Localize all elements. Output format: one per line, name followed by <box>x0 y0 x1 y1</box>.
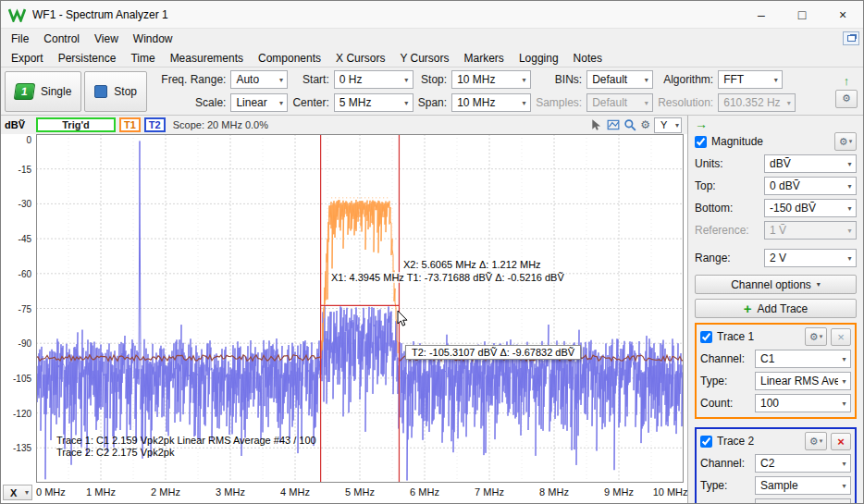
channel-options-button[interactable]: Channel options▾ <box>695 275 857 294</box>
collapse-panel-icon[interactable]: → <box>695 117 857 132</box>
x-axis-tick-label: 6 MHz <box>410 486 439 498</box>
trace1-checkbox[interactable] <box>700 331 712 343</box>
trace2-channel-select[interactable]: C2▾ <box>755 454 851 473</box>
chevron-down-icon: ▾ <box>838 355 850 363</box>
bottom-combo[interactable]: -150 dBṼ▾ <box>764 199 857 217</box>
plus-icon: + <box>744 303 752 314</box>
center-label: Center: <box>292 96 328 109</box>
algorithm-select[interactable]: FFT▾ <box>718 70 783 89</box>
freq-range-select[interactable]: Auto▾ <box>230 70 288 89</box>
chevron-down-icon: ▾ <box>838 482 850 490</box>
stop-button[interactable]: Stop <box>84 71 147 112</box>
trace1-type-label: Type: <box>700 375 750 387</box>
menu-persistence[interactable]: Persistence <box>51 51 124 66</box>
chevron-down-icon: ▾ <box>770 76 782 84</box>
cursor-t2-tooltip: T2: -105.3107 dBṼ Δ: -9.67832 dBṼ <box>405 345 581 360</box>
maximize-button[interactable]: □ <box>782 1 822 28</box>
reference-combo: 1 Ṽ▾ <box>764 221 857 240</box>
magnitude-checkbox[interactable] <box>695 136 707 148</box>
stop-combo[interactable]: 10 MHz▾ <box>451 70 531 89</box>
trigger-status-badge: Trig'd <box>36 117 116 132</box>
start-combo[interactable]: 0 Hz▾ <box>334 70 413 89</box>
fit-view-icon[interactable] <box>607 118 620 131</box>
close-button[interactable]: × <box>822 1 863 28</box>
start-label: Start: <box>292 73 328 86</box>
menu-file[interactable]: File <box>4 31 36 47</box>
titlebar[interactable]: WF1 - Spectrum Analyzer 1 – □ × <box>1 1 863 29</box>
top-combo[interactable]: 0 dBṼ▾ <box>764 177 857 195</box>
minimize-button[interactable]: – <box>741 1 782 28</box>
chevron-down-icon: ▾ <box>844 254 856 263</box>
toolbar-settings-button[interactable]: ⚙ <box>835 90 858 108</box>
add-trace-button[interactable]: +Add Trace <box>695 299 857 318</box>
units-label: Units: <box>695 157 759 170</box>
pointer-tool-icon[interactable] <box>590 118 603 131</box>
trace2-settings-button[interactable]: ⚙▾ <box>805 432 827 450</box>
trace2-count-label: Count: <box>700 501 750 503</box>
toolbar: 1 Single Stop Freq. Range: Auto▾ Start: … <box>1 68 863 116</box>
menu-export[interactable]: Export <box>4 51 51 66</box>
chevron-down-icon: ▾ <box>518 99 530 107</box>
menu-y-cursors[interactable]: Y Cursors <box>392 51 456 66</box>
menu-x-cursors[interactable]: X Cursors <box>328 51 392 66</box>
x-axis-tick-label: 1 MHz <box>86 486 116 498</box>
menu-markers[interactable]: Markers <box>457 51 512 66</box>
trace2-close-button[interactable]: × <box>831 433 851 450</box>
y-axis-tick-label: -45 <box>1 234 31 244</box>
menu-window[interactable]: Window <box>126 31 180 47</box>
menu-components[interactable]: Components <box>251 51 328 66</box>
span-combo[interactable]: 10 MHz▾ <box>451 93 531 112</box>
chevron-down-icon: ▾ <box>838 400 850 408</box>
x-axis-selector[interactable]: X▾ <box>3 485 32 500</box>
menu-measurements[interactable]: Measurements <box>163 51 251 66</box>
top-label: Top: <box>695 179 759 192</box>
t2-trace-badge[interactable]: T2 <box>144 117 166 132</box>
reference-label: Reference: <box>695 224 759 237</box>
menu-time[interactable]: Time <box>123 51 162 66</box>
scope-status-text: Scope: 20 MHz 0.0% <box>173 119 587 130</box>
plot-area[interactable]: 0-15-30-45-60-75-90-105-120-135 X2: 5.60… <box>1 134 687 483</box>
resolution-field: 610.352 Hz▾ <box>718 93 796 112</box>
menu-control[interactable]: Control <box>36 31 87 47</box>
y-axis-tick-label: -60 <box>1 269 31 279</box>
magnitude-settings-button[interactable]: ⚙▾ <box>834 132 857 151</box>
trace1-settings-button[interactable]: ⚙▾ <box>805 327 827 346</box>
center-combo[interactable]: 5 MHz▾ <box>334 93 413 112</box>
mdi-restore-icon[interactable] <box>843 31 859 45</box>
t1-trace-badge[interactable]: T1 <box>119 117 141 132</box>
trace1-group: Trace 1 ⚙▾ × Channel: C1▾ Type: Linear R… <box>695 323 857 419</box>
menu-logging[interactable]: Logging <box>512 51 566 66</box>
trace1-count-combo[interactable]: 100▾ <box>755 394 851 412</box>
scale-select[interactable]: Linear▾ <box>230 93 288 112</box>
zoom-icon[interactable] <box>623 118 636 131</box>
stop-label: Stop: <box>418 73 447 86</box>
trace-info: Trace 1: C1 2.159 Vpk2pk Linear RMS Aver… <box>56 435 316 459</box>
trace1-title: Trace 1 <box>717 330 754 343</box>
magnitude-row: Magnitude ⚙▾ <box>695 132 857 151</box>
magnitude-label: Magnitude <box>711 135 763 148</box>
menu-view[interactable]: View <box>87 31 126 47</box>
x-axis-tick-label: 0 MHz <box>36 486 66 498</box>
trace-info-line: Trace 1: C1 2.159 Vpk2pk Linear RMS Aver… <box>56 435 316 447</box>
single-button[interactable]: 1 Single <box>5 71 81 112</box>
expand-up-icon[interactable]: ↑ <box>844 75 850 87</box>
trace1-type-select[interactable]: Linear RMS Average▾ <box>755 372 851 390</box>
trace1-close-button[interactable]: × <box>831 328 851 346</box>
range-label: Range: <box>695 252 759 264</box>
y-axis-selector[interactable]: Y▾ <box>654 117 682 133</box>
plot-settings-icon[interactable]: ⚙ <box>640 118 650 131</box>
trace2-channel-label: Channel: <box>700 457 750 470</box>
units-select[interactable]: dBṼ▾ <box>764 154 857 173</box>
spectrum-plot[interactable] <box>36 134 684 483</box>
trace1-channel-select[interactable]: C1▾ <box>755 350 851 368</box>
samples-label: Samples: <box>536 96 582 109</box>
trace2-type-select[interactable]: Sample▾ <box>755 476 851 495</box>
plot-region: dBṼ Trig'd T1 T2 Scope: 20 MHz 0.0% ⚙ Y▾… <box>1 116 687 503</box>
trace-c1-average-floor <box>36 355 321 361</box>
bins-combo[interactable]: Default▾ <box>586 70 653 89</box>
chevron-down-icon: ▾ <box>25 488 29 497</box>
menu-notes[interactable]: Notes <box>566 51 610 66</box>
chevron-down-icon: ▾ <box>401 76 413 84</box>
range-select[interactable]: 2 V▾ <box>764 249 857 267</box>
trace2-checkbox[interactable] <box>700 436 712 448</box>
